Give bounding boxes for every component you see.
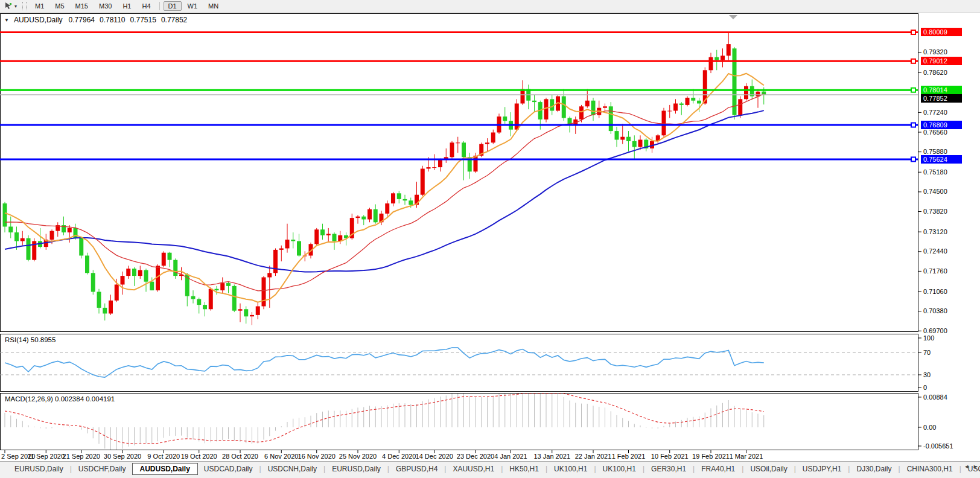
price-tick-label: 0.76560 xyxy=(923,129,947,136)
timeframe-button-m1[interactable]: M1 xyxy=(30,1,49,11)
hline-price-label: 0.76809 xyxy=(921,121,962,129)
price-tick-label: 0.74500 xyxy=(923,188,947,196)
price-tick-label: 0.70380 xyxy=(923,307,947,315)
timeframe-button-w1[interactable]: W1 xyxy=(183,1,203,11)
tab-scroll-right-icon[interactable]: ► xyxy=(973,464,978,470)
timeframe-button-mn[interactable]: MN xyxy=(203,1,223,11)
price-tick-label: 0.71760 xyxy=(923,267,947,275)
chart-tab-gbpusd-h4[interactable]: GBPUSD,H4 xyxy=(390,464,444,474)
date-label: 1 Feb 2021 xyxy=(612,453,646,460)
date-label: 30 Sep 2020 xyxy=(104,453,141,460)
price-tick-label: 0.73820 xyxy=(923,208,947,215)
macd-panel[interactable] xyxy=(0,393,918,450)
timeframe-button-h4[interactable]: H4 xyxy=(137,1,155,11)
rsi-tick-label: 70 xyxy=(923,349,931,357)
tab-scroll-left-icon[interactable]: ◄ xyxy=(964,464,969,470)
hline-price-label: 0.79012 xyxy=(921,57,962,65)
date-label: 28 Oct 2020 xyxy=(222,453,258,460)
date-label: 13 Jan 2021 xyxy=(533,453,570,460)
bottom-strip xyxy=(0,476,980,478)
timeframe-group: M1M5M15M30H1H4D1W1MN xyxy=(30,1,224,11)
crosshair-tool-button[interactable]: ▾ xyxy=(1,1,20,11)
rsi-label: RSI(14) 50.8955 xyxy=(5,336,56,343)
date-label: 21 Sep 2020 xyxy=(63,453,100,460)
macd-label: MACD(12,26,9) 0.002384 0.004191 xyxy=(5,395,115,403)
date-label: 14 Dec 2020 xyxy=(416,453,453,460)
date-label: 4 Dec 2020 xyxy=(382,453,416,460)
ohlc-low: 0.77515 xyxy=(130,16,156,24)
date-label: 22 Jan 2021 xyxy=(575,453,612,460)
macd-tick-label: 0.00 xyxy=(923,424,936,432)
timeframe-button-m30[interactable]: M30 xyxy=(94,1,116,11)
crosshair-tool-icon xyxy=(4,2,13,10)
chart-header: ▼ AUDUSD,Daily 0.77964 0.78110 0.77515 0… xyxy=(4,16,187,24)
macd-tick-label: -0.005651 xyxy=(923,442,953,450)
date-label: 2 Sep 2020 xyxy=(1,453,35,460)
date-label: 4 Jan 2021 xyxy=(494,453,527,460)
chart-tab-ger30-h1[interactable]: GER30,H1 xyxy=(645,464,692,474)
symbol-period-label: AUDUSD,Daily xyxy=(14,16,63,24)
date-label: 11 Sep 2020 xyxy=(27,453,65,460)
hline-price-label: 0.75624 xyxy=(921,155,962,164)
timeframe-button-d1[interactable]: D1 xyxy=(164,1,182,11)
chart-tab-eurusd-daily[interactable]: EURUSD,Daily xyxy=(326,464,387,474)
timeframe-button-m15[interactable]: M15 xyxy=(71,1,93,11)
date-label: 23 Dec 2020 xyxy=(457,453,494,460)
timeframe-button-h1[interactable]: H1 xyxy=(118,1,136,11)
price-tick-label: 0.75880 xyxy=(923,148,947,156)
chart-tab-usoil-daily[interactable]: USOil,Daily xyxy=(744,464,793,474)
price-tick-label: 0.71060 xyxy=(923,288,947,296)
hline-price-label: 0.80009 xyxy=(921,28,962,36)
tab-scroll-buttons: ◄ ► xyxy=(964,464,978,470)
date-label: 1 Mar 2021 xyxy=(730,453,763,460)
tool-dropdown-caret[interactable]: ▾ xyxy=(14,4,17,9)
price-tick-label: 0.77240 xyxy=(923,109,947,116)
price-tick-label: 0.73120 xyxy=(923,228,947,236)
price-tick-label: 0.72440 xyxy=(923,247,947,255)
chart-shift-marker[interactable] xyxy=(729,15,737,19)
current-price-label: 0.77852 xyxy=(921,94,962,103)
ohlc-high: 0.78110 xyxy=(100,16,126,24)
chart-tab-eurusd-daily[interactable]: EURUSD,Daily xyxy=(8,464,69,474)
price-tick-label: 0.75180 xyxy=(923,168,947,176)
date-label: 6 Nov 2020 xyxy=(264,453,298,460)
chart-tab-xauusd-h1[interactable]: XAUUSD,H1 xyxy=(447,464,500,474)
hline-price-label: 0.78014 xyxy=(921,86,962,94)
collapse-arrow-icon[interactable]: ▼ xyxy=(4,18,9,23)
price-tick-label: 0.79320 xyxy=(923,48,947,56)
toolbar-grip[interactable] xyxy=(22,2,27,10)
chart-tab-usdchf-daily[interactable]: USDCHF,Daily xyxy=(72,464,132,474)
chart-tab-uk100-h1[interactable]: UK100,H1 xyxy=(548,464,593,474)
main-chart-panel[interactable] xyxy=(0,13,918,332)
trading-app: ▾ M1M5M15M30H1H4D1W1MN ▼ AUDUSD,Daily 0.… xyxy=(0,0,980,478)
rsi-tick-label: 30 xyxy=(923,371,931,379)
date-label: 16 Nov 2020 xyxy=(298,453,336,460)
chart-tab-usdcad-daily[interactable]: USDCAD,Daily xyxy=(198,464,259,474)
chart-tab-fra40-h1[interactable]: FRA40,H1 xyxy=(695,464,741,474)
chart-tab-usdcnh-daily[interactable]: USDCNH,Daily xyxy=(262,464,323,474)
macd-tick-label: 0.00884 xyxy=(923,394,947,401)
date-label: 19 Oct 2020 xyxy=(181,453,217,460)
price-tick-label: 0.69700 xyxy=(923,327,947,335)
chart-tab-audusd-daily[interactable]: AUDUSD,Daily xyxy=(132,463,198,475)
chart-tab-bar: EURUSD,Daily|USDCHF,DailyAUDUSD,DailyUSD… xyxy=(0,461,980,476)
chart-tab-usdjpy-h1[interactable]: USDJPY,H1 xyxy=(797,464,847,474)
timeframe-button-m5[interactable]: M5 xyxy=(50,1,69,11)
ohlc-close: 0.77852 xyxy=(161,16,187,24)
chart-tab-china300-h1[interactable]: CHINA300,H1 xyxy=(901,464,959,474)
date-label: 9 Oct 2020 xyxy=(147,453,180,460)
date-label: 19 Feb 2021 xyxy=(692,453,730,460)
top-toolbar: ▾ M1M5M15M30H1H4D1W1MN xyxy=(0,0,980,13)
rsi-tick-label: 100 xyxy=(923,334,934,342)
date-label: 10 Feb 2021 xyxy=(651,453,689,460)
toolbar-separator xyxy=(159,2,160,10)
rsi-panel[interactable] xyxy=(0,334,918,392)
date-label: 25 Nov 2020 xyxy=(339,453,377,460)
chart-tab-uk100-h1[interactable]: UK100,H1 xyxy=(597,464,642,474)
ohlc-open: 0.77964 xyxy=(69,16,95,24)
chart-tab-hk50-h1[interactable]: HK50,H1 xyxy=(503,464,545,474)
chart-tab-dj30-daily[interactable]: DJ30,Daily xyxy=(850,464,897,474)
price-tick-label: 0.78620 xyxy=(923,69,947,77)
rsi-tick-label: 0 xyxy=(923,384,927,392)
